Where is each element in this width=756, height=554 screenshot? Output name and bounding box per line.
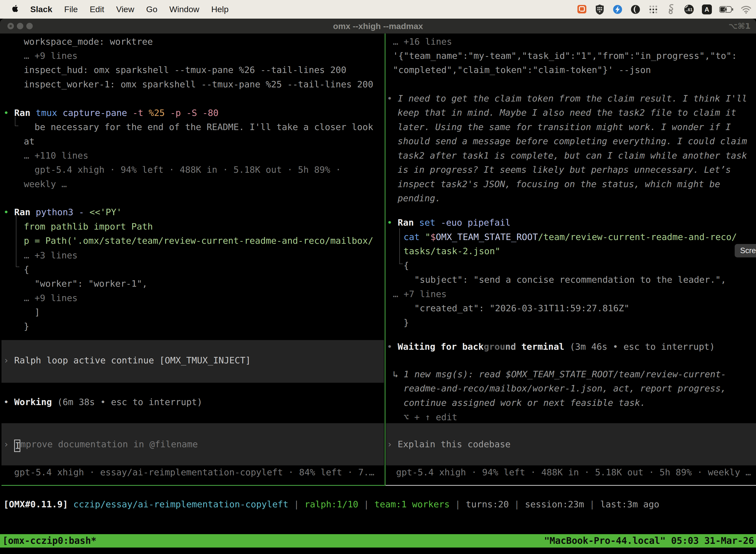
output-line: "worker": "worker-1", — [24, 277, 147, 291]
bullet-icon: • — [3, 207, 14, 217]
text-segment: at — [24, 136, 35, 147]
text-segment: terminal — [516, 341, 570, 352]
output-connector — [399, 228, 400, 264]
text-segment: … +110 lines — [24, 151, 88, 161]
text-segment: workspace_mode: worktree — [24, 37, 153, 47]
text-segment: | — [359, 499, 375, 509]
menu-item-window[interactable]: Window — [170, 4, 199, 14]
collapsed-lines-indicator: … +7 lines — [393, 287, 447, 301]
text-segment: Working — [14, 397, 57, 407]
pane-status-line: gpt-5.4 xhigh · essay/ai-reimplementatio… — [14, 465, 374, 480]
menu-app-name[interactable]: Slack — [30, 4, 52, 14]
window-titlebar[interactable]: omx --xhigh --madmax ⌥⌘1 — [0, 19, 756, 34]
text-segment: { — [403, 260, 409, 271]
battery-charging-icon[interactable] — [719, 4, 734, 15]
output-line: at — [24, 134, 35, 149]
screen-overlay-button[interactable]: Scre — [735, 244, 756, 258]
menu-status-icons: ..61 A — [576, 4, 756, 15]
thinking-line: • I need to get the claim token from the… — [387, 91, 747, 106]
edit-hint-line: ⌥ + ↑ edit — [403, 410, 457, 425]
text-segment: } — [403, 318, 409, 328]
menu-items: Slack FileEditViewGoWindowHelp — [0, 4, 229, 15]
thinking-line: pending. — [397, 191, 441, 206]
text-segment: be necessary for the end of the README. … — [24, 122, 373, 132]
pane-border-inactive — [385, 485, 756, 486]
apple-menu-icon[interactable] — [11, 4, 18, 15]
output-line: be necessary for the end of the README. … — [24, 120, 373, 134]
menu-item-help[interactable]: Help — [211, 4, 229, 14]
text-segment: (6m 38s • esc to interrupt) — [57, 397, 202, 407]
text-segment: "worker": "worker-1", — [24, 278, 147, 289]
output-line: weekly … — [24, 177, 67, 191]
collapsed-lines-indicator: … +110 lines — [24, 149, 88, 163]
text-segment: - — [79, 207, 89, 217]
menu-item-view[interactable]: View — [116, 4, 134, 14]
text-segment: { — [24, 264, 29, 275]
bullet-icon: • — [387, 93, 397, 104]
tmux-pane-divider[interactable] — [385, 34, 385, 486]
wifi-icon[interactable] — [741, 4, 752, 15]
output-line: } — [403, 316, 409, 330]
output-connector — [399, 264, 403, 264]
timer-61-badge-icon[interactable]: ..61 — [684, 4, 694, 15]
command-line: • Ran python3 - <<'PY' — [3, 205, 122, 219]
text-segment: mprove documentation in @filename — [20, 439, 198, 449]
pane-border-active — [1, 485, 385, 486]
code-line: from pathlib import Path — [24, 219, 153, 234]
text-segment: is in progress? It seems likely but perh… — [397, 165, 731, 175]
collapsed-lines-indicator: … +16 lines — [393, 35, 452, 49]
output-line: "created_at": "2026-03-31T11:59:27.816Z" — [403, 301, 629, 316]
waiting-status-line: • Waiting for background terminal (3m 46… — [387, 340, 715, 354]
output-line: { — [403, 258, 409, 273]
command-line: • Ran tmux capture-pane -t %25 -p -S -80 — [3, 106, 218, 120]
a-key-icon[interactable]: A — [701, 4, 712, 15]
text-segment: session:23m — [525, 499, 584, 509]
text-segment: I need to get the claim token from the c… — [397, 93, 747, 104]
menu-item-edit[interactable]: Edit — [90, 4, 105, 14]
dots-grid-icon[interactable] — [648, 4, 659, 15]
shield-keypad-icon[interactable] — [594, 4, 605, 15]
thinking-line: inspect task2's JSON, focusing on the st… — [397, 177, 720, 191]
output-connector — [16, 215, 16, 267]
text-cursor: I — [14, 440, 20, 452]
text-segment: ralph:1/10 — [305, 499, 359, 509]
crescent-app-icon[interactable] — [630, 4, 641, 15]
chat-app-icon[interactable] — [576, 4, 587, 15]
text-segment: python3 — [36, 207, 79, 217]
text-segment: team:1 workers — [375, 499, 450, 509]
output-line: gpt-5.4 xhigh · 94% left · 488K in · 5.1… — [24, 163, 341, 177]
thinking-line: should send a message before completing … — [397, 134, 747, 149]
text-segment: OMX_TEAM_STATE_ROOT — [436, 232, 538, 242]
output-connector — [15, 126, 18, 126]
text-segment: ] — [24, 307, 40, 317]
text-segment: -80 — [202, 108, 218, 118]
code-line: p = Path('.omx/state/team/review-current… — [24, 233, 373, 248]
text-segment: cczip/essay/ai-reimplementation-copyleft — [73, 499, 289, 509]
screen-overlay-label: Scre — [740, 246, 756, 255]
text-segment: Ran — [397, 217, 419, 228]
text-segment: | — [450, 499, 466, 509]
prompt-chevron-icon: › — [3, 355, 14, 365]
text-segment: gpt-5.4 xhigh · 94% left · 488K in · 5.1… — [24, 165, 341, 175]
menu-item-file[interactable]: File — [64, 4, 78, 14]
text-segment: task2 after task1 is complete, but can I… — [397, 151, 747, 161]
text-segment: grou — [484, 341, 505, 352]
text-segment: <<'PY' — [89, 207, 122, 217]
text-segment: last:3m ago — [600, 499, 659, 509]
text-segment: gpt-5.4 xhigh · essay/ai-reimplementatio… — [14, 467, 374, 477]
squiggle-icon[interactable] — [666, 4, 677, 15]
mailbox-message-line: ↳ 1 new msg(s): read $OMX_TEAM_STATE_ROO… — [393, 367, 726, 382]
blue-badge-icon[interactable] — [612, 4, 623, 15]
text-segment: | — [289, 499, 305, 509]
window-title: omx --xhigh --madmax — [0, 19, 756, 34]
text-segment: %25 — [148, 108, 170, 118]
menu-item-go[interactable]: Go — [146, 4, 157, 14]
collapsed-lines-indicator: … +9 lines — [24, 291, 78, 305]
ralph-loop-notice: › Ralph loop active continue [OMX_TMUX_I… — [3, 353, 251, 368]
tmux-session-name[interactable]: [omx-cczip0:bash* — [2, 534, 97, 548]
text-segment: " — [425, 232, 431, 242]
text-segment: -euo pipefail — [441, 217, 511, 228]
text-segment: Explain this codebase — [397, 439, 510, 449]
pane-status-line: gpt-5.4 xhigh · 94% left · 488K in · 5.1… — [396, 465, 751, 480]
output-line: '{"team_name":"my-team","task_id":"1","f… — [393, 49, 737, 63]
